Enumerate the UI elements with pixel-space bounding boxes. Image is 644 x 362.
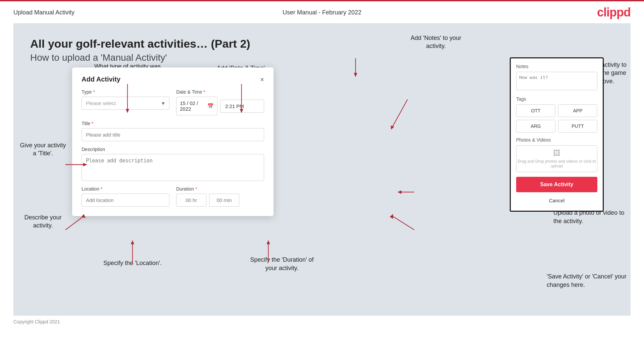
location-required: * [101, 186, 102, 192]
duration-hr-input[interactable] [176, 194, 206, 207]
duration-required: * [195, 186, 197, 192]
svg-line-18 [392, 216, 414, 230]
tags-section-label: Tags [516, 96, 597, 102]
type-datetime-row: Type * Please select ▼ Date & Time * [82, 89, 264, 115]
annotation-save: 'Save Activity' or 'Cancel' your changes… [547, 272, 627, 289]
title-required: * [92, 121, 93, 126]
svg-marker-9 [131, 240, 134, 244]
location-label: Location * [82, 186, 169, 192]
datetime-required: * [203, 89, 205, 95]
type-label: Type * [82, 89, 169, 95]
svg-line-6 [65, 216, 84, 230]
phone-screen-inner: Notes Tags OTT APP ARG PUTT Photos & Vid… [511, 58, 603, 211]
phone-screen: Notes Tags OTT APP ARG PUTT Photos & Vid… [510, 57, 604, 212]
location-duration-row: Location * Duration * [82, 186, 264, 207]
date-time-inputs: 15 / 02 / 2022 📅 2:21 PM [176, 97, 264, 115]
tag-app[interactable]: APP [558, 104, 597, 117]
svg-marker-17 [397, 190, 401, 194]
photo-icon: 🖼 [553, 149, 560, 158]
tag-putt[interactable]: PUTT [558, 120, 597, 133]
datetime-group: Date & Time * 15 / 02 / 2022 📅 2:21 PM [176, 89, 264, 115]
duration-min-input[interactable] [209, 194, 239, 207]
close-button[interactable]: × [260, 76, 264, 83]
time-input[interactable]: 2:21 PM [220, 100, 264, 113]
datetime-label: Date & Time * [176, 89, 264, 95]
description-textarea[interactable] [82, 154, 264, 181]
photos-section-label: Photos & Videos [516, 137, 597, 143]
type-select-wrapper: Please select ▼ [82, 97, 169, 110]
description-group: Description [82, 147, 264, 181]
date-value: 15 / 02 / 2022 [180, 100, 205, 112]
page-title: Upload Manual Activity [13, 9, 75, 16]
time-value: 2:21 PM [225, 103, 244, 109]
photo-upload-area[interactable]: 🖼 Drag and Drop photos and videos or cli… [516, 145, 597, 172]
dialog-title: Add Activity [82, 75, 120, 83]
logo: clippd [597, 5, 631, 19]
annotation-description: Describe your activity. [19, 213, 66, 230]
svg-marker-19 [390, 214, 393, 219]
dialog-header: Add Activity × [82, 75, 264, 83]
page-heading: All your golf-relevant activities… (Part… [30, 37, 614, 50]
title-group: Title * [82, 121, 264, 141]
annotation-notes: Add 'Notes' to your activity. [406, 34, 466, 50]
type-required: * [93, 89, 95, 95]
upload-text: Drag and Drop photos and videos or click… [516, 159, 597, 168]
svg-marker-15 [391, 125, 394, 130]
type-group: Type * Please select ▼ [82, 89, 169, 115]
annotation-location: Specify the 'Location'. [102, 259, 163, 267]
calendar-icon: 📅 [207, 103, 214, 109]
svg-marker-13 [354, 73, 357, 77]
tags-grid: OTT APP ARG PUTT [516, 104, 597, 133]
title-input[interactable] [82, 128, 264, 141]
copyright-text: Copyright Clippd 2021 [13, 319, 60, 324]
cancel-link[interactable]: Cancel [516, 196, 597, 205]
duration-label: Duration * [176, 186, 264, 192]
top-bar: Upload Manual Activity User Manual - Feb… [0, 0, 644, 23]
phone-panel: Notes Tags OTT APP ARG PUTT Photos & Vid… [510, 57, 610, 212]
duration-inputs [176, 194, 264, 207]
add-activity-dialog: Add Activity × Type * Please select ▼ [72, 67, 274, 216]
footer: Copyright Clippd 2021 [0, 316, 644, 328]
main-content: All your golf-relevant activities… (Part… [13, 24, 631, 316]
duration-group: Duration * [176, 186, 264, 207]
manual-label: User Manual - February 2022 [283, 9, 361, 16]
date-input[interactable]: 15 / 02 / 2022 📅 [176, 97, 217, 115]
notes-textarea[interactable] [516, 72, 597, 90]
title-label: Title * [82, 121, 264, 126]
tag-arg[interactable]: ARG [516, 120, 555, 133]
type-select[interactable]: Please select [82, 97, 169, 110]
location-group: Location * [82, 186, 169, 207]
save-activity-button[interactable]: Save Activity [516, 177, 597, 192]
description-label: Description [82, 147, 264, 152]
svg-line-14 [392, 99, 407, 127]
tag-ott[interactable]: OTT [516, 104, 555, 117]
annotation-duration: Specify the 'Duration' of your activity. [248, 256, 315, 272]
svg-marker-11 [267, 240, 270, 244]
location-input[interactable] [82, 194, 169, 207]
annotation-title: Give your activity a 'Title'. [19, 141, 66, 158]
notes-section-label: Notes [516, 64, 597, 69]
